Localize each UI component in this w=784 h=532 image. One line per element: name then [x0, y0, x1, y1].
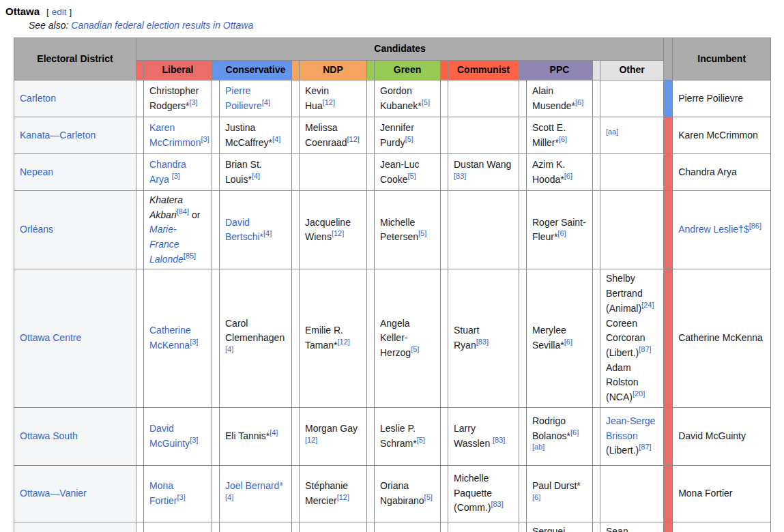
footnote-ref[interactable]: [4] — [270, 428, 278, 437]
footnote-ref[interactable]: [85] — [184, 252, 196, 260]
footnote-ref[interactable]: [87] — [639, 345, 651, 353]
hatnote-link[interactable]: Canadian federal election results in Ott… — [71, 20, 253, 31]
ref-link[interactable]: [12] — [337, 338, 349, 346]
footnote-ref[interactable]: [5] — [407, 172, 416, 180]
footnote-ref[interactable]: [aa] — [606, 128, 618, 136]
footnote-ref[interactable]: [3] — [189, 98, 197, 106]
ref-link[interactable]: [3] — [172, 172, 180, 180]
ref-link[interactable]: [5] — [422, 98, 430, 106]
ref-link[interactable]: [83] — [476, 338, 489, 346]
district-link[interactable]: Ottawa South — [20, 430, 78, 441]
ref-link[interactable]: [12] — [337, 493, 349, 501]
ref-link[interactable]: [12] — [323, 98, 335, 106]
candidate-link[interactable]: Mona Fortier — [149, 480, 177, 506]
footnote-ref[interactable]: [6] — [557, 230, 566, 238]
ref-link[interactable]: [4] — [263, 230, 272, 238]
candidate-link[interactable]: Pierre Poilievre — [225, 85, 262, 111]
candidate-link[interactable]: Jean-Serge Brisson — [606, 415, 655, 441]
footnote-ref[interactable]: [6] — [564, 172, 572, 180]
candidate-link[interactable]: Andrew Leslie†$ — [678, 224, 749, 235]
footnote-ref[interactable]: [83] — [454, 172, 466, 180]
ref-link[interactable]: [12] — [332, 230, 344, 238]
ref-link[interactable]: [5] — [411, 345, 419, 353]
ref-link[interactable]: [3] — [190, 436, 198, 444]
candidate-link[interactable]: David McGuinty — [149, 423, 190, 449]
footnote-ref[interactable]: [3] — [177, 493, 185, 501]
footnote-ref[interactable]: [4] — [225, 345, 233, 353]
ref-link[interactable]: [87] — [639, 443, 651, 452]
footnote-ref[interactable]: [12] — [323, 98, 335, 106]
district-link[interactable]: Nepean — [20, 166, 53, 177]
ref-link[interactable]: [6] — [564, 172, 572, 180]
ref-link[interactable]: [4] — [270, 428, 278, 437]
district-link[interactable]: Kanata—Carleton — [20, 130, 96, 141]
ref-link[interactable]: [5] — [407, 172, 416, 180]
footnote-ref[interactable]: [87] — [639, 443, 651, 452]
ref-link[interactable]: [3] — [190, 338, 198, 346]
ref-link[interactable]: [4] — [262, 98, 270, 106]
ref-link[interactable]: [4] — [225, 345, 233, 353]
candidate-link[interactable]: Joel Bernard* — [225, 480, 283, 491]
footnote-ref[interactable]: [4] — [272, 135, 280, 143]
footnote-ref[interactable]: [84] — [177, 207, 189, 216]
ref-link[interactable]: [5] — [418, 230, 426, 238]
ref-link[interactable]: [83] — [493, 436, 505, 444]
footnote-ref[interactable]: [6] — [575, 98, 583, 106]
footnote-ref[interactable]: [24] — [641, 301, 654, 309]
ref-link[interactable]: [6] — [570, 428, 579, 437]
footnote-ref[interactable]: [5] — [424, 493, 433, 501]
ref-link[interactable]: [5] — [417, 436, 425, 444]
footnote-ref[interactable]: [5] — [417, 436, 425, 444]
ref-link[interactable]: [6] — [564, 338, 572, 346]
footnote-ref[interactable]: [4] — [262, 98, 270, 106]
ref-link[interactable]: [87] — [639, 345, 651, 353]
edit-link[interactable]: edit — [52, 7, 67, 17]
candidate-link[interactable]: Karen McCrimmon — [149, 122, 201, 148]
ref-link[interactable]: [12] — [347, 135, 360, 143]
footnote-ref[interactable]: [12] — [337, 493, 349, 501]
footnote-ref[interactable]: [5] — [411, 345, 419, 353]
footnote-ref[interactable]: [4] — [263, 230, 272, 238]
footnote-ref[interactable]: [3] — [190, 338, 198, 346]
footnote-ref[interactable]: [12] — [337, 338, 349, 346]
candidate-link[interactable]: Catherine McKenna — [149, 325, 191, 351]
footnote-ref[interactable]: [5] — [405, 135, 413, 143]
ref-link[interactable]: [24] — [641, 301, 654, 309]
footnote-ref[interactable]: [6] — [532, 493, 540, 501]
footnote-ref[interactable]: [12] — [347, 135, 360, 143]
candidate-link[interactable]: Chandra Arya — [149, 159, 186, 185]
footnote-ref[interactable]: [6] — [559, 135, 567, 143]
ref-link[interactable]: [86] — [749, 222, 761, 231]
ref-link[interactable]: [84] — [177, 207, 189, 216]
footnote-ref[interactable]: [3] — [172, 172, 180, 180]
footnote-ref[interactable]: [6] — [570, 428, 579, 437]
district-link[interactable]: Ottawa—Vanier — [20, 488, 87, 499]
ref-link[interactable]: [83] — [454, 172, 466, 180]
ref-link[interactable]: [3] — [201, 135, 209, 143]
ref-link[interactable]: [6] — [575, 98, 583, 106]
candidate-link[interactable]: David Bertschi* — [225, 217, 263, 243]
ref-link[interactable]: [83] — [491, 501, 503, 509]
footnote-ref[interactable]: [5] — [418, 230, 426, 238]
footnote-ref[interactable]: [86] — [749, 222, 761, 231]
ref-link[interactable]: [5] — [424, 493, 433, 501]
ref-link[interactable]: [3] — [189, 98, 197, 106]
ref-link[interactable]: [4] — [252, 172, 260, 180]
footnote-ref[interactable]: [4] — [225, 493, 233, 501]
footnote-ref[interactable]: [6] — [564, 338, 572, 346]
footnote-ref[interactable]: [12] — [305, 436, 317, 444]
footnote-ref[interactable]: [4] — [252, 172, 260, 180]
ref-link[interactable]: [6] — [532, 493, 540, 501]
ref-link[interactable]: [12] — [305, 436, 317, 444]
ref-link[interactable]: [4] — [272, 135, 280, 143]
ref-link[interactable]: [85] — [184, 252, 196, 260]
ref-link[interactable]: [aa] — [606, 128, 618, 136]
footnote-ref[interactable]: [3] — [201, 135, 209, 143]
ref-link[interactable]: [6] — [557, 230, 566, 238]
footnote-ref[interactable]: [83] — [493, 436, 505, 444]
footnote-ref[interactable]: [83] — [476, 338, 489, 346]
footnote-ref[interactable]: [5] — [422, 98, 430, 106]
ref-link[interactable]: [5] — [405, 135, 413, 143]
footnote-ref[interactable]: [ab] — [532, 443, 545, 452]
candidate-link[interactable]: Marie-France Lalonde — [149, 224, 184, 264]
